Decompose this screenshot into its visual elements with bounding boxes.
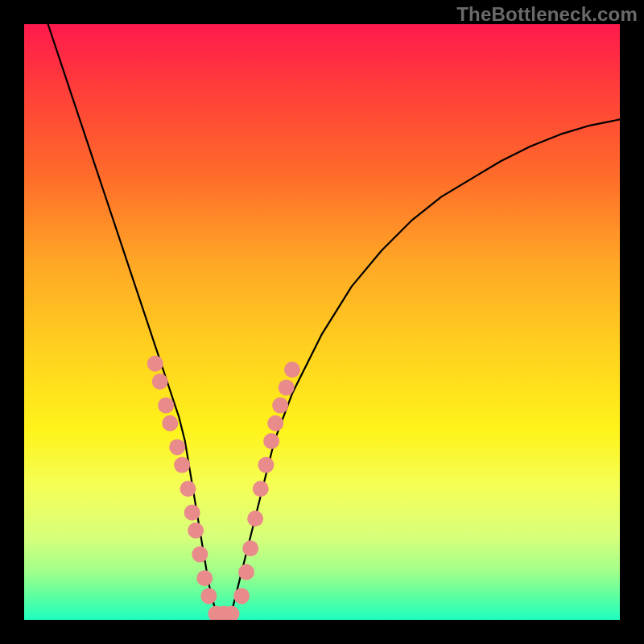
data-marker [152, 374, 168, 390]
data-marker [200, 588, 217, 604]
data-marker [242, 540, 258, 556]
data-marker [272, 398, 288, 414]
chart-container: TheBottleneck.com [0, 0, 644, 644]
data-marker [174, 457, 190, 473]
data-marker [238, 564, 254, 580]
data-marker [192, 547, 208, 563]
marker-layer [147, 356, 300, 620]
bottleneck-curve [48, 24, 620, 614]
chart-svg [24, 24, 620, 620]
data-marker [162, 415, 178, 431]
data-marker [279, 379, 295, 395]
curve-layer [48, 24, 620, 614]
data-marker [196, 570, 213, 586]
data-marker [147, 356, 163, 372]
plot-area [24, 24, 620, 620]
data-marker [258, 457, 274, 473]
data-marker [158, 398, 174, 414]
data-marker [233, 588, 250, 604]
data-marker [188, 522, 204, 539]
data-marker [284, 361, 300, 378]
data-marker [184, 505, 200, 521]
data-marker [180, 481, 196, 497]
data-marker [253, 481, 269, 497]
watermark-text: TheBottleneck.com [456, 3, 638, 26]
data-marker [263, 433, 279, 449]
data-marker [169, 439, 185, 455]
data-marker [247, 510, 263, 526]
data-marker [267, 415, 283, 431]
